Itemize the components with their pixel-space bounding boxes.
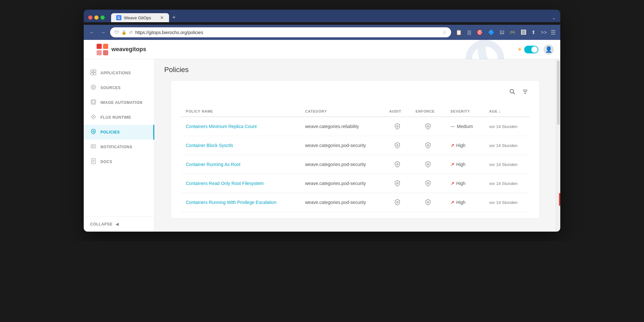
cell-enforce [411, 155, 445, 174]
sidebar-collapse-button[interactable]: COLLAPSE ◀ [84, 216, 154, 232]
severity-label: High [456, 200, 466, 205]
page-title: Policies [164, 66, 189, 74]
svg-point-28 [396, 126, 398, 127]
pocket-icon[interactable]: 📋 [454, 28, 463, 37]
tab-close-button[interactable]: ✕ [160, 15, 164, 20]
sidebar-item-image-automation[interactable]: IMAGE AUTOMATION [84, 95, 154, 110]
user-icon: 👤 [545, 46, 552, 53]
svg-rect-18 [92, 147, 94, 147]
search-icon [509, 88, 516, 95]
sidebar-item-notifications[interactable]: NOTIFICATIONS [84, 140, 154, 154]
cell-policy-name[interactable]: Container Block Sysctls [181, 136, 300, 155]
sidebar-item-label: DOCS [100, 160, 112, 164]
browser-menu-icon[interactable]: ☰ [551, 29, 556, 36]
scrollbar-thumb[interactable] [557, 60, 560, 125]
svg-point-11 [92, 86, 94, 88]
sidebar-item-applications[interactable]: APPLICATIONS [84, 66, 154, 80]
more-extensions-icon[interactable]: >> [539, 28, 548, 37]
extension-3-icon[interactable]: Ш [498, 28, 506, 37]
minimize-window-button[interactable] [94, 15, 99, 20]
app-container: weavegitops ☀ � [84, 40, 560, 232]
toggle-track[interactable] [524, 46, 538, 53]
browser-dropdown-icon[interactable]: ⌄ [552, 15, 556, 20]
sidebar-item-flux-runtime[interactable]: FLUX RUNTIME [84, 110, 154, 125]
theme-toggle[interactable]: ☀ [517, 46, 538, 53]
severity-label: High [456, 181, 466, 186]
url-input[interactable] [135, 30, 440, 35]
scrollbar[interactable] [556, 59, 560, 232]
cell-age: vor 14 Stunden [484, 174, 530, 193]
search-button[interactable] [508, 87, 517, 98]
severity-label: High [456, 143, 466, 148]
forward-button[interactable]: → [99, 28, 107, 37]
policy-link[interactable]: Containers Running With Privilege Escala… [186, 200, 277, 205]
reader-icon[interactable]: ||| [466, 28, 472, 37]
cell-policy-name[interactable]: Containers Minimum Replica Count [181, 117, 300, 136]
new-tab-button[interactable]: + [169, 13, 179, 22]
tab-title: Weave GitOps [124, 15, 151, 20]
column-header-enforce: ENFORCE [411, 106, 445, 117]
svg-rect-9 [94, 73, 96, 75]
severity-arrow-icon: ↗ [450, 200, 454, 205]
lock-icon: 🔒 [121, 30, 127, 35]
image-automation-icon [90, 99, 97, 106]
back-button[interactable]: ← [88, 28, 96, 37]
browser-tabs: G Weave GitOps ✕ + [111, 13, 549, 22]
maximize-window-button[interactable] [100, 15, 105, 20]
svg-rect-0 [97, 44, 102, 49]
svg-rect-12 [91, 100, 96, 104]
severity-arrow-icon: — [450, 124, 455, 129]
svg-rect-2 [97, 50, 102, 55]
policy-link[interactable]: Container Running As Root [186, 162, 241, 167]
cell-audit [384, 136, 411, 155]
svg-rect-3 [103, 50, 108, 55]
app-header: weavegitops ☀ � [84, 40, 560, 59]
bookmark-icon[interactable]: ☆ [442, 29, 447, 35]
docs-icon [90, 158, 97, 165]
svg-rect-1 [103, 44, 108, 49]
cell-category: weave.categories.reliability [300, 117, 384, 136]
age-value: vor 14 Stunden [489, 200, 517, 205]
sidebar-item-sources[interactable]: SOURCES [84, 80, 154, 95]
svg-rect-7 [94, 70, 96, 72]
extension-5-icon[interactable]: 🅱 [520, 28, 527, 37]
header-right: ☀ 👤 [517, 44, 554, 55]
cell-policy-name[interactable]: Containers Read Only Root Filesystem [181, 174, 300, 193]
extension-2-icon[interactable]: 🔷 [487, 28, 496, 37]
svg-rect-22 [92, 162, 94, 162]
page-title-area: Policies [164, 66, 546, 74]
policy-link[interactable]: Containers Minimum Replica Count [186, 124, 257, 129]
filter-button[interactable] [521, 87, 530, 98]
cell-age: vor 14 Stunden [484, 155, 530, 174]
svg-rect-20 [92, 160, 94, 161]
sidebar-item-label: SOURCES [100, 86, 121, 90]
cell-audit [384, 155, 411, 174]
collapse-arrow-icon: ◀ [116, 222, 119, 226]
cell-age: vor 14 Stunden [484, 117, 530, 136]
sidebar-item-docs[interactable]: DOCS [84, 154, 154, 169]
extension-4-icon[interactable]: 🎮 [508, 28, 517, 37]
browser-extension-icons: 📋 ||| 🎯 🔷 Ш 🎮 🅱 ⬆ >> ☰ [454, 28, 556, 37]
main-content: Policies [155, 59, 556, 232]
cell-severity: ↗ High [445, 193, 484, 212]
cell-policy-name[interactable]: Container Running As Root [181, 155, 300, 174]
cell-category: weave.categories.pod-security [300, 174, 384, 193]
svg-rect-8 [91, 73, 93, 75]
policy-link[interactable]: Containers Read Only Root Filesystem [186, 181, 264, 186]
user-avatar[interactable]: 👤 [544, 44, 554, 55]
table-row: Containers Running With Privilege Escala… [181, 193, 530, 212]
extension-1-icon[interactable]: 🎯 [475, 28, 484, 37]
address-bar[interactable]: 🛡 🔒 ⇄ ☆ [110, 27, 451, 37]
policy-link[interactable]: Container Block Sysctls [186, 143, 233, 148]
cell-policy-name[interactable]: Containers Running With Privilege Escala… [181, 193, 300, 212]
close-window-button[interactable] [88, 15, 92, 20]
tab-favicon-icon: G [116, 15, 121, 20]
sidebar-item-policies[interactable]: POLICIES [84, 125, 154, 140]
column-header-age[interactable]: AGE ↓ [484, 106, 530, 117]
svg-point-34 [396, 183, 398, 184]
share-icon[interactable]: ⬆ [530, 28, 537, 37]
svg-rect-13 [92, 101, 95, 103]
cell-age: vor 14 Stunden [484, 193, 530, 212]
active-tab[interactable]: G Weave GitOps ✕ [111, 13, 169, 22]
svg-point-29 [427, 126, 429, 127]
